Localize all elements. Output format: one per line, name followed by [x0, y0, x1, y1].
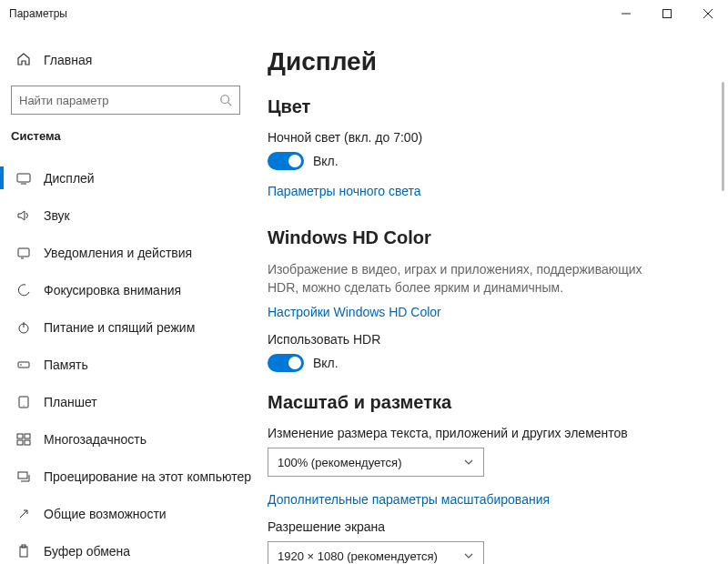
scrollbar-thumb[interactable] — [722, 82, 724, 191]
sidebar-item-label: Общие возможности — [44, 507, 167, 521]
chevron-down-icon — [463, 550, 474, 561]
sidebar-item-label: Фокусировка внимания — [44, 283, 181, 297]
close-button[interactable] — [687, 0, 728, 27]
hdcolor-link[interactable]: Настройки Windows HD Color — [268, 305, 441, 319]
sidebar-item-power[interactable]: Питание и спящий режим — [0, 308, 253, 346]
svg-point-8 — [23, 405, 24, 406]
titlebar: Параметры — [0, 0, 728, 27]
focus-icon — [16, 283, 31, 297]
resolution-value: 1920 × 1080 (рекомендуется) — [278, 549, 438, 563]
sidebar-item-label: Звук — [44, 208, 70, 223]
sidebar-item-label: Планшет — [44, 395, 97, 409]
svg-rect-10 — [25, 434, 30, 438]
scale-value: 100% (рекомендуется) — [278, 456, 401, 469]
sidebar: Главная Система Дисплей Звук Уведомления… — [0, 27, 253, 564]
clipboard-icon — [16, 544, 31, 559]
sound-icon — [16, 208, 31, 223]
sidebar-item-display[interactable]: Дисплей — [0, 159, 253, 196]
search-input[interactable] — [11, 86, 240, 115]
advanced-scale-link[interactable]: Дополнительные параметры масштабирования — [268, 492, 550, 507]
multitask-icon — [16, 432, 31, 447]
sidebar-item-label: Проецирование на этот компьютер — [44, 469, 251, 484]
maximize-icon — [662, 9, 672, 18]
svg-rect-5 — [18, 362, 29, 368]
sidebar-item-clipboard[interactable]: Буфер обмена — [0, 532, 253, 564]
sidebar-item-label: Уведомления и действия — [44, 246, 192, 260]
search-field[interactable] — [19, 94, 219, 107]
sidebar-item-project[interactable]: Проецирование на этот компьютер — [0, 458, 253, 495]
sidebar-item-shared[interactable]: Общие возможности — [0, 495, 253, 532]
night-light-settings-link[interactable]: Параметры ночного света — [268, 184, 421, 198]
sidebar-item-label: Дисплей — [44, 171, 95, 186]
svg-rect-2 — [17, 174, 30, 182]
svg-point-6 — [20, 364, 22, 366]
svg-rect-14 — [20, 547, 27, 557]
search-icon — [219, 94, 232, 106]
minimize-icon — [622, 9, 631, 18]
minimize-button[interactable] — [605, 0, 646, 27]
home-link[interactable]: Главная — [0, 45, 253, 75]
chevron-down-icon — [463, 457, 474, 468]
home-label: Главная — [44, 53, 92, 67]
sidebar-item-storage[interactable]: Память — [0, 346, 253, 383]
svg-point-1 — [221, 96, 229, 104]
resolution-label: Разрешение экрана — [268, 519, 695, 534]
use-hdr-label: Использовать HDR — [268, 332, 695, 347]
tablet-icon — [16, 395, 31, 409]
sidebar-item-multitask[interactable]: Многозадачность — [0, 420, 253, 458]
svg-rect-13 — [18, 472, 27, 478]
shared-icon — [16, 507, 31, 521]
section-heading: Система — [0, 129, 253, 143]
scale-label: Изменение размера текста, приложений и д… — [268, 426, 695, 440]
storage-icon — [16, 358, 31, 372]
notifications-icon — [16, 246, 31, 260]
sidebar-item-notifications[interactable]: Уведомления и действия — [0, 234, 253, 271]
night-light-label: Ночной свет (вкл. до 7:00) — [268, 130, 695, 145]
hdcolor-heading: Windows HD Color — [268, 227, 695, 248]
scale-heading: Масштаб и разметка — [268, 392, 695, 413]
svg-rect-12 — [25, 440, 30, 445]
sidebar-item-label: Питание и спящий режим — [44, 320, 195, 335]
svg-rect-3 — [18, 248, 29, 257]
night-light-toggle[interactable] — [268, 152, 304, 170]
project-icon — [16, 469, 31, 484]
svg-rect-11 — [17, 440, 23, 445]
hdr-state: Вкл. — [313, 356, 339, 370]
sidebar-item-tablet[interactable]: Планшет — [0, 383, 253, 420]
hdcolor-desc: Изображение в видео, играх и приложениях… — [268, 261, 668, 297]
power-icon — [16, 320, 31, 335]
sidebar-item-label: Буфер обмена — [44, 544, 130, 559]
sidebar-item-label: Многозадачность — [44, 432, 147, 447]
color-heading: Цвет — [268, 96, 695, 117]
svg-rect-0 — [662, 10, 671, 18]
svg-rect-9 — [17, 434, 23, 438]
page-title: Дисплей — [268, 47, 695, 76]
sidebar-item-focus[interactable]: Фокусировка внимания — [0, 271, 253, 308]
display-icon — [16, 171, 31, 186]
nav-list: Дисплей Звук Уведомления и действия Фоку… — [0, 159, 253, 564]
resolution-select[interactable]: 1920 × 1080 (рекомендуется) — [268, 541, 484, 564]
maximize-button[interactable] — [646, 0, 687, 27]
scale-select[interactable]: 100% (рекомендуется) — [268, 448, 484, 477]
sidebar-item-sound[interactable]: Звук — [0, 196, 253, 234]
hdr-toggle[interactable] — [268, 354, 304, 372]
main-content: Дисплей Цвет Ночной свет (вкл. до 7:00) … — [253, 27, 728, 564]
close-icon — [703, 9, 713, 18]
sidebar-item-label: Память — [44, 358, 88, 372]
home-icon — [16, 52, 31, 69]
window-title: Параметры — [9, 7, 67, 20]
night-light-state: Вкл. — [313, 154, 339, 168]
